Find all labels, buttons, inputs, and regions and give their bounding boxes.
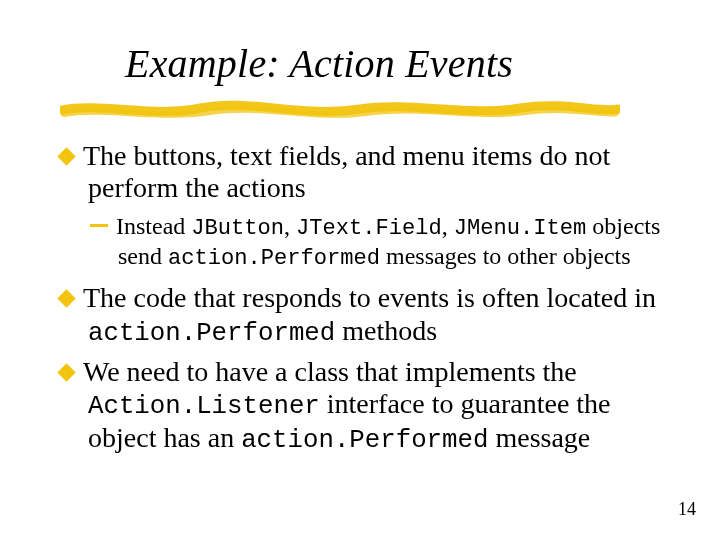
code-jbutton: JButton: [191, 216, 284, 241]
sub1-sep1: ,: [284, 213, 296, 239]
b2-post: methods: [335, 315, 437, 346]
title-underline-icon: [60, 98, 620, 120]
diamond-bullet-icon: [57, 147, 75, 165]
b2-pre: The code that responds to events is ofte…: [83, 282, 656, 313]
page-number: 14: [678, 499, 696, 520]
code-actionlistener: Action.Listener: [88, 392, 320, 421]
dash-bullet-icon: [90, 224, 108, 227]
bullet-2: The code that responds to events is ofte…: [60, 282, 670, 348]
slide-body: The buttons, text fields, and menu items…: [60, 140, 670, 464]
b3-pre: We need to have a class that implements …: [83, 356, 577, 387]
slide: Example: Action Events The buttons, text…: [0, 0, 720, 540]
slide-title: Example: Action Events: [125, 42, 513, 86]
bullet-1: The buttons, text fields, and menu items…: [60, 140, 670, 204]
diamond-bullet-icon: [57, 290, 75, 308]
bullet-3: We need to have a class that implements …: [60, 356, 670, 455]
code-actionperformed-2: action.Performed: [88, 319, 335, 348]
sub1-sep2: ,: [442, 213, 454, 239]
code-jmenuitem: JMenu.Item: [454, 216, 587, 241]
subbullet-1: Instead JButton, JText.Field, JMenu.Item…: [60, 212, 670, 272]
diamond-bullet-icon: [57, 364, 75, 382]
code-actionperformed-3: action.Performed: [241, 426, 488, 455]
code-jtextfield: JText.Field: [296, 216, 442, 241]
sub1-post: messages to other objects: [380, 243, 631, 269]
code-actionperformed-1: action.Performed: [168, 246, 380, 271]
b3-post: message: [488, 422, 590, 453]
sub1-pre: Instead: [116, 213, 191, 239]
bullet-1-text: The buttons, text fields, and menu items…: [83, 140, 610, 203]
